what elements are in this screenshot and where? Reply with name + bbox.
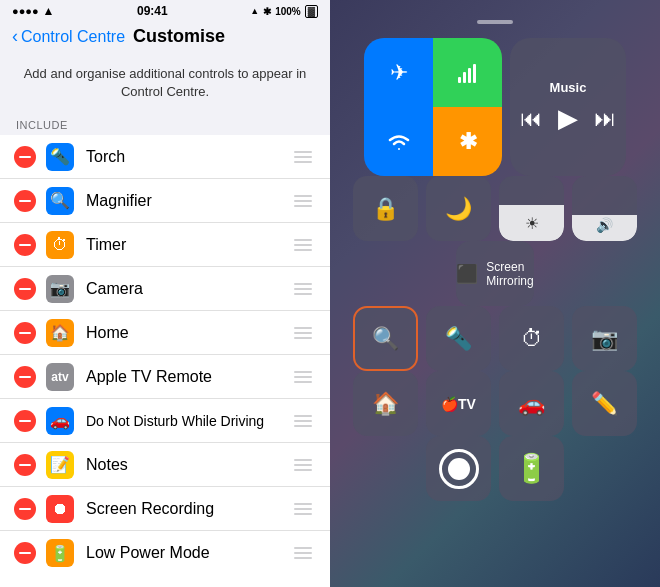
nav-bar: ‹ Control Centre Customise — [0, 22, 330, 53]
remove-dnd-button[interactable] — [14, 410, 36, 432]
list-item-do-not-disturb: 🚗 Do Not Disturb While Driving — [0, 399, 330, 443]
record-dot — [448, 458, 470, 480]
left-panel: ●●●● ▲ 09:41 ▲ ✱ 100% ▓ ‹ Control Centre… — [0, 0, 330, 587]
airplane-button[interactable]: ✈ — [364, 38, 433, 107]
screen-recording-drag-handle[interactable] — [290, 499, 316, 519]
timer-cc-icon: ⏱ — [521, 326, 543, 352]
torch-cc-icon: 🔦 — [445, 326, 472, 352]
magnifier-cc-button[interactable]: 🔍 — [353, 306, 418, 371]
volume-slider[interactable]: 🔊 — [572, 176, 637, 241]
svg-rect-1 — [463, 72, 466, 83]
do-not-disturb-button[interactable]: 🌙 — [426, 176, 491, 241]
list-item-torch: 🔦 Torch — [0, 135, 330, 179]
camera-drag-handle[interactable] — [290, 279, 316, 299]
right-panel: ✈ ✱ Music ⏮ ▶ ⏭ — [330, 0, 660, 587]
magnifier-cc-icon: 🔍 — [372, 326, 399, 352]
row-screen-mirroring: ⬛ ScreenMirroring — [456, 241, 533, 306]
home-cc-icon: 🏠 — [372, 391, 399, 417]
screen-mirroring-button[interactable]: ⬛ ScreenMirroring — [456, 241, 533, 306]
include-list: 🔦 Torch 🔍 Magnifier ⏱ Timer 📷 Camera 🏠 H… — [0, 135, 330, 587]
list-item-low-power: 🔋 Low Power Mode — [0, 531, 330, 575]
brightness-slider[interactable]: ☀ — [499, 176, 564, 241]
bluetooth-icon: ✱ — [263, 6, 271, 17]
page-title: Customise — [133, 26, 225, 47]
list-item-apple-tv-remote: atv Apple TV Remote — [0, 355, 330, 399]
car-cc-icon: 🚗 — [518, 391, 545, 417]
torch-label: Torch — [86, 148, 290, 166]
back-button[interactable]: ‹ Control Centre — [12, 27, 125, 47]
cellular-button[interactable] — [433, 38, 502, 107]
bluetooth-button[interactable]: ✱ — [433, 107, 502, 176]
signal-icons: ●●●● ▲ — [12, 4, 54, 18]
remove-torch-button[interactable] — [14, 146, 36, 168]
dnd-driving-icon: 🚗 — [46, 407, 74, 435]
screen-recording-label: Screen Recording — [86, 500, 290, 518]
list-item-home: 🏠 Home — [0, 311, 330, 355]
wifi-button[interactable] — [364, 107, 433, 176]
pull-indicator — [477, 20, 513, 24]
row-apps: 🏠 🍎TV 🚗 ✏️ — [353, 371, 637, 436]
home-label: Home — [86, 324, 290, 342]
row-record-battery: 🔋 — [426, 436, 564, 501]
home-icon: 🏠 — [46, 319, 74, 347]
remove-camera-button[interactable] — [14, 278, 36, 300]
low-power-label: Low Power Mode — [86, 544, 290, 562]
row-tools: 🔍 🔦 ⏱ 📷 — [353, 306, 637, 371]
list-item-screen-recording: ⏺ Screen Recording — [0, 487, 330, 531]
back-label: Control Centre — [21, 28, 125, 46]
timer-cc-button[interactable]: ⏱ — [499, 306, 564, 371]
remove-apple-tv-button[interactable] — [14, 366, 36, 388]
screen-record-button[interactable] — [426, 436, 491, 501]
list-item-timer: ⏱ Timer — [0, 223, 330, 267]
music-title: Music — [550, 80, 587, 95]
magnifier-icon: 🔍 — [46, 187, 74, 215]
appletv-button[interactable]: 🍎TV — [426, 371, 491, 436]
camera-cc-icon: 📷 — [591, 326, 618, 352]
homekit-button[interactable]: 🏠 — [353, 371, 418, 436]
music-block: Music ⏮ ▶ ⏭ — [510, 38, 626, 176]
notes-button[interactable]: ✏️ — [572, 371, 637, 436]
lock-orientation-button[interactable]: 🔒 — [353, 176, 418, 241]
dnd-drag-handle[interactable] — [290, 411, 316, 431]
notes-drag-handle[interactable] — [290, 455, 316, 475]
battery-button[interactable]: 🔋 — [499, 436, 564, 501]
camera-cc-button[interactable]: 📷 — [572, 306, 637, 371]
location-icon: ▲ — [250, 6, 259, 16]
moon-icon: 🌙 — [445, 196, 472, 222]
remove-home-button[interactable] — [14, 322, 36, 344]
status-bar: ●●●● ▲ 09:41 ▲ ✱ 100% ▓ — [0, 0, 330, 22]
rewind-button[interactable]: ⏮ — [520, 106, 542, 132]
torch-drag-handle[interactable] — [290, 147, 316, 167]
battery-display: 100% — [275, 6, 301, 17]
remove-timer-button[interactable] — [14, 234, 36, 256]
low-power-drag-handle[interactable] — [290, 543, 316, 563]
low-power-icon: 🔋 — [46, 539, 74, 567]
remove-magnifier-button[interactable] — [14, 190, 36, 212]
dnd-driving-label: Do Not Disturb While Driving — [86, 413, 290, 429]
lock-icon: 🔒 — [372, 196, 399, 222]
brightness-icon: ☀ — [525, 214, 539, 233]
remove-low-power-button[interactable] — [14, 542, 36, 564]
time-display: 09:41 — [137, 4, 168, 18]
battery-icon: ▓ — [305, 5, 318, 18]
wifi-icon: ▲ — [43, 4, 55, 18]
timer-drag-handle[interactable] — [290, 235, 316, 255]
screen-mirroring-label: ScreenMirroring — [486, 260, 533, 288]
fast-forward-button[interactable]: ⏭ — [594, 106, 616, 132]
torch-icon: 🔦 — [46, 143, 74, 171]
remove-screen-recording-button[interactable] — [14, 498, 36, 520]
remove-notes-button[interactable] — [14, 454, 36, 476]
magnifier-drag-handle[interactable] — [290, 191, 316, 211]
apple-tv-drag-handle[interactable] — [290, 367, 316, 387]
home-drag-handle[interactable] — [290, 323, 316, 343]
connectivity-block: ✈ ✱ — [364, 38, 502, 176]
carplay-button[interactable]: 🚗 — [499, 371, 564, 436]
play-button[interactable]: ▶ — [558, 103, 578, 134]
notes-label: Notes — [86, 456, 290, 474]
music-controls: ⏮ ▶ ⏭ — [520, 103, 616, 134]
row-lock-dnd-sliders: 🔒 🌙 ☀ 🔊 — [353, 176, 637, 241]
camera-label: Camera — [86, 280, 290, 298]
torch-cc-button[interactable]: 🔦 — [426, 306, 491, 371]
appletv-cc-icon: 🍎TV — [441, 396, 476, 412]
list-item-notes: 📝 Notes — [0, 443, 330, 487]
